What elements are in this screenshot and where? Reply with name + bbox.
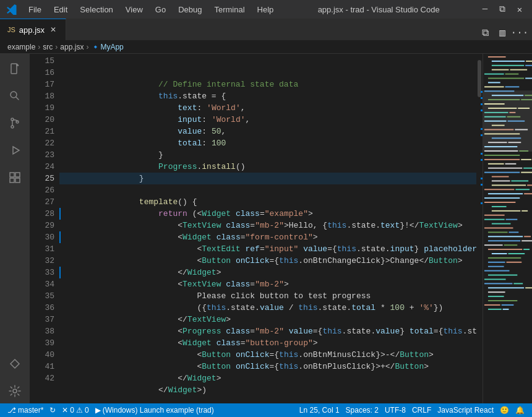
feedback-button[interactable]: 🙂 <box>497 403 512 417</box>
line-num-19: 19 <box>30 102 54 114</box>
code-line-29: <Widget class="form-control"> <box>59 220 476 231</box>
line-num-38: 38 <box>30 325 54 337</box>
errors-count[interactable]: ✕ 0 ⚠ 0 <box>59 403 91 417</box>
tab-close-button[interactable]: ✕ <box>48 25 58 35</box>
menu-go[interactable]: Go <box>150 4 171 15</box>
menu-help[interactable]: Help <box>252 4 279 15</box>
breadcrumb-symbol[interactable]: 🔹MyApp <box>91 43 123 51</box>
breadcrumb-file[interactable]: app.jsx <box>60 43 84 51</box>
breadcrumb-src[interactable]: src <box>43 43 53 51</box>
activity-settings[interactable] <box>2 379 27 403</box>
git-branch-label: master* <box>18 406 43 415</box>
cursor-position[interactable]: Ln 25, Col 1 <box>297 403 342 417</box>
notifications-button[interactable]: 🔔 <box>513 403 527 417</box>
warning-count: 0 <box>85 406 89 415</box>
code-line-42: </Widget>) <box>59 372 476 384</box>
svg-rect-7 <box>15 173 20 177</box>
menu-terminal[interactable]: Terminal <box>209 4 249 15</box>
line-num-24: 24 <box>30 161 54 173</box>
line-numbers: 15 16 17 18 19 20 21 22 23 24 25 26 27 2… <box>30 54 59 403</box>
line-num-36: 36 <box>30 302 54 314</box>
line-num-23: 23 <box>30 149 54 161</box>
code-editor[interactable]: 15 16 17 18 19 20 21 22 23 24 25 26 27 2… <box>30 54 532 403</box>
code-content: 15 16 17 18 19 20 21 22 23 24 25 26 27 2… <box>30 54 532 403</box>
line-num-27: 27 <box>30 196 54 208</box>
code-line-23: Progress.install() <box>59 149 476 161</box>
cursor-info: Ln 25, Col 1 <box>299 406 340 415</box>
activity-search[interactable] <box>2 84 27 108</box>
menu-file[interactable]: File <box>24 4 46 15</box>
code-line-38: <Widget class="button-group"> <box>59 325 476 337</box>
line-num-25: 25 <box>30 173 54 184</box>
activity-extensions[interactable] <box>2 165 27 190</box>
minimize-button[interactable]: ─ <box>479 3 491 15</box>
code-line-25 <box>59 173 476 184</box>
code-line-21: total: 100 <box>59 126 476 137</box>
editor-area: 15 16 17 18 19 20 21 22 23 24 25 26 27 2… <box>30 54 532 403</box>
code-line-31: <Button onClick={this.onBtnChangeClick}>… <box>59 243 476 255</box>
main-area: 15 16 17 18 19 20 21 22 23 24 25 26 27 2… <box>0 54 532 403</box>
line-num-37: 37 <box>30 314 54 325</box>
menu-selection[interactable]: Selection <box>75 4 118 15</box>
line-num-40: 40 <box>30 349 54 361</box>
code-line-33: <TextView class="mb-2"> <box>59 267 476 278</box>
window-controls: ─ ⧉ ✕ <box>479 3 526 15</box>
minimap[interactable] <box>483 54 532 403</box>
breadcrumb-example[interactable]: example <box>7 43 35 51</box>
sync-button[interactable]: ↻ <box>47 403 58 417</box>
line-num-18: 18 <box>30 90 54 102</box>
line-num-34: 34 <box>30 278 54 290</box>
line-num-33: 33 <box>30 267 54 278</box>
line-ending-label: CRLF <box>412 406 431 415</box>
launch-label: (Windows) Launch example (trad) <box>103 406 214 415</box>
code-line-22: } <box>59 137 476 149</box>
code-line-27: return (<Widget class="example"> <box>59 196 476 208</box>
vscode-icon <box>6 4 17 15</box>
sync-icon: ↻ <box>49 406 56 415</box>
line-num-16: 16 <box>30 67 54 79</box>
tab-label: app.jsx <box>19 25 45 35</box>
activity-remote[interactable] <box>2 351 27 376</box>
tab-file-icon: JS <box>7 26 15 33</box>
code-lines[interactable]: // Define internal state data this.state… <box>59 54 476 403</box>
breadcrumb: example › src › app.jsx › 🔹MyApp <box>0 40 532 54</box>
feedback-icon: 🙂 <box>500 406 509 415</box>
activity-source-control[interactable] <box>2 111 27 135</box>
launch-info[interactable]: ▶ (Windows) Launch example (trad) <box>93 403 217 417</box>
line-num-42: 42 <box>30 372 54 384</box>
git-branch[interactable]: ⎇ master* <box>5 403 46 417</box>
line-num-17: 17 <box>30 79 54 90</box>
breadcrumb-sep-3: › <box>86 43 88 51</box>
menu-debug[interactable]: Debug <box>173 4 207 15</box>
code-line-32: </Widget> <box>59 255 476 267</box>
status-bar: ⎇ master* ↻ ✕ 0 ⚠ 0 ▶ (Windows) Launch e… <box>0 403 532 417</box>
code-line-26: template() { <box>59 184 476 196</box>
layout-icon[interactable]: ▥ <box>495 25 510 40</box>
line-num-28: 28 <box>30 208 54 220</box>
more-actions-icon[interactable]: ··· <box>512 25 527 40</box>
language-mode[interactable]: JavaScript React <box>435 403 496 417</box>
spaces-info[interactable]: Spaces: 2 <box>343 403 381 417</box>
line-num-26: 26 <box>30 184 54 196</box>
code-line-19: input: 'World', <box>59 102 476 114</box>
title-bar: File Edit Selection View Go Debug Termin… <box>0 0 532 19</box>
menu-view[interactable]: View <box>121 4 148 15</box>
line-ending[interactable]: CRLF <box>410 403 434 417</box>
restore-button[interactable]: ⧉ <box>496 3 508 15</box>
code-line-24: } <box>59 161 476 173</box>
vertical-scrollbar[interactable] <box>476 54 483 403</box>
breadcrumb-sep-1: › <box>38 43 40 51</box>
close-button[interactable]: ✕ <box>513 3 526 15</box>
line-num-41: 41 <box>30 361 54 372</box>
activity-files[interactable] <box>2 56 27 81</box>
tab-app-jsx[interactable]: JS app.jsx ✕ <box>0 19 66 40</box>
split-editor-icon[interactable]: ⧉ <box>478 25 492 40</box>
svg-marker-5 <box>13 147 19 154</box>
window-title: app.jsx - trad - Visual Studio Code <box>278 5 479 14</box>
line-num-31: 31 <box>30 243 54 255</box>
line-num-39: 39 <box>30 337 54 349</box>
encoding-info[interactable]: UTF-8 <box>382 403 408 417</box>
menu-edit[interactable]: Edit <box>49 4 72 15</box>
activity-debug[interactable] <box>2 138 27 163</box>
code-line-30: <TextEdit ref="input" value={this.state.… <box>59 231 476 243</box>
